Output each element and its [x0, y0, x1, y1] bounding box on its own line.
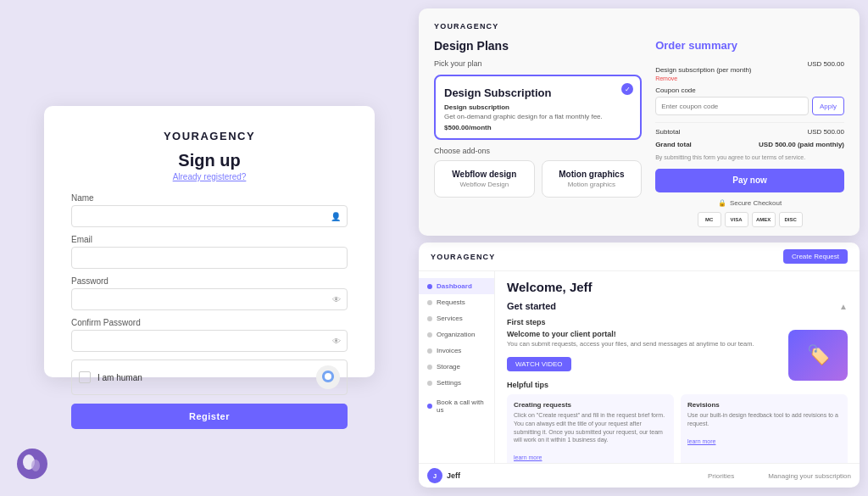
- payment-icons-row: MC VISA AMEX DISC: [655, 212, 844, 227]
- email-label: Email: [71, 235, 348, 244]
- addons-row: Webflow design Webflow Design Motion gra…: [434, 160, 642, 198]
- sidebar-item-dashboard[interactable]: Dashboard: [419, 278, 494, 294]
- user-icon: 👤: [331, 212, 341, 221]
- plans-brand: YOURAGENCY: [434, 22, 844, 31]
- lock-icon: 🔒: [718, 199, 726, 207]
- name-field-group: Name 👤: [71, 193, 348, 227]
- eye-icon-2: 👁: [332, 337, 341, 346]
- register-button[interactable]: Register: [71, 404, 348, 429]
- tip-revisions: Revisions Use our built-in design feedba…: [681, 394, 848, 463]
- pick-plan-label: Pick your plan: [434, 59, 642, 68]
- tip-1-title: Creating requests: [514, 401, 667, 409]
- dashboard-brand: YOURAGENCY: [431, 253, 496, 261]
- plan-card-selected[interactable]: Design Subscription Design subscription …: [434, 75, 642, 140]
- tip-1-text: Click on "Create request" and fill in th…: [514, 411, 667, 444]
- grand-total-label: Grand total: [655, 141, 692, 148]
- sidebar-item-requests[interactable]: Requests: [419, 294, 494, 310]
- coupon-label: Coupon code: [655, 86, 844, 94]
- design-plans-panel: YOURAGENCY Design Plans Pick your plan D…: [419, 8, 860, 236]
- sidebar-item-organization[interactable]: Organization: [419, 326, 494, 343]
- footer-username: Jeff: [447, 471, 460, 480]
- captcha-checkbox[interactable]: [79, 371, 91, 383]
- already-registered-link[interactable]: Already registered?: [71, 172, 348, 181]
- grand-total-price: USD 500.00 (paid monthly): [759, 141, 844, 148]
- brand-logo: [17, 449, 47, 479]
- tip-creating-requests: Creating requests Click on "Create reque…: [507, 394, 674, 463]
- email-input[interactable]: [71, 247, 348, 269]
- first-steps-label: First steps: [507, 318, 848, 326]
- step-title: Welcome to your client portal!: [507, 330, 782, 338]
- password-label: Password: [71, 276, 348, 286]
- grand-total-row: Grand total USD 500.00 (paid monthly): [655, 141, 844, 148]
- user-avatar: J: [427, 468, 442, 483]
- tip-2-title: Revisions: [687, 401, 841, 409]
- right-panels: YOURAGENCY Design Plans Pick your plan D…: [419, 8, 860, 488]
- collapse-icon[interactable]: ▲: [839, 302, 848, 311]
- get-started-section: Get started ▲: [507, 301, 848, 311]
- plan-desc-text: Get on-demand graphic design for a flat …: [444, 113, 632, 121]
- stripe-badge: Powered by stripe: [655, 232, 844, 236]
- captcha-label: I am human: [97, 373, 309, 382]
- svg-point-2: [31, 460, 40, 471]
- name-label: Name: [71, 193, 348, 203]
- coupon-input[interactable]: [655, 97, 809, 115]
- eye-icon: 👁: [332, 295, 341, 304]
- plan-name: Design Subscription: [444, 86, 632, 100]
- tip-2-link[interactable]: learn more: [687, 438, 715, 444]
- subtotal-label: Subtotal: [655, 128, 680, 136]
- name-input[interactable]: [71, 205, 348, 227]
- watch-video-button[interactable]: WATCH VIDEO: [507, 357, 571, 371]
- subtotal-price: USD 500.00: [807, 128, 844, 136]
- coupon-section: Coupon code Apply: [655, 86, 844, 115]
- visa-icon: VISA: [725, 212, 748, 227]
- order-item-name: Design subscription (per month): [655, 66, 751, 74]
- sidebar-item-services[interactable]: Services: [419, 310, 494, 326]
- dashboard-main: Welcome, Jeff Get started ▲ First steps …: [495, 271, 860, 463]
- tips-row: Creating requests Click on "Create reque…: [507, 394, 848, 463]
- sidebar-item-invoices[interactable]: Invoices: [419, 343, 494, 359]
- dashboard-footer: J Jeff Priorities Managing your subscrip…: [419, 463, 860, 488]
- plans-left: Design Plans Pick your plan Design Subsc…: [434, 39, 642, 236]
- welcome-title: Welcome, Jeff: [507, 280, 848, 294]
- addon-motion[interactable]: Motion graphics Motion graphics: [542, 160, 643, 198]
- addon-webflow[interactable]: Webflow design Webflow Design: [434, 160, 535, 198]
- step-image: 🏷️: [788, 330, 848, 381]
- captcha-logo: [316, 365, 340, 389]
- step-desc: You can submit requests, access your fil…: [507, 340, 782, 349]
- signup-card: YOURAGENCY Sign up Already registered? N…: [44, 106, 375, 377]
- svg-point-4: [325, 373, 331, 380]
- addon-motion-name: Motion graphics: [549, 170, 635, 179]
- captcha-row[interactable]: I am human: [71, 359, 348, 395]
- helpful-tips-label: Helpful tips: [507, 381, 848, 389]
- order-divider: [655, 122, 844, 123]
- order-item-price: USD 500.00: [807, 60, 844, 68]
- order-summary-title: Order summary: [655, 39, 844, 52]
- apply-coupon-button[interactable]: Apply: [812, 97, 844, 115]
- tip-1-link[interactable]: learn more: [514, 454, 542, 460]
- confirm-password-input[interactable]: [71, 330, 348, 352]
- priorities-label: Priorities: [708, 472, 734, 480]
- pay-now-button[interactable]: Pay now: [655, 169, 844, 192]
- sidebar-item-storage[interactable]: Storage: [419, 359, 494, 375]
- email-field-group: Email: [71, 235, 348, 269]
- addons-label: Choose add-ons: [434, 147, 642, 155]
- dashboard-header: YOURAGENCY Create Request: [419, 242, 860, 271]
- create-request-button[interactable]: Create Request: [783, 249, 848, 264]
- order-item-label: Design subscription (per month) Remove: [655, 60, 751, 81]
- sidebar-item-book-call[interactable]: Book a call with us: [419, 394, 494, 418]
- terms-text: By submitting this form you agree to our…: [655, 153, 844, 162]
- password-input[interactable]: [71, 288, 348, 310]
- amex-icon: AMEX: [752, 212, 776, 227]
- plan-desc-label: Design subscription: [444, 103, 632, 111]
- addon-motion-sub: Motion graphics: [549, 181, 635, 188]
- discover-icon: DISC: [779, 212, 803, 227]
- plan-price: $500.00/month: [444, 124, 632, 131]
- addon-webflow-name: Webflow design: [442, 170, 527, 179]
- dashboard-panel: YOURAGENCY Create Request Dashboard Requ…: [419, 242, 860, 488]
- first-step: Welcome to your client portal! You can s…: [507, 330, 848, 381]
- addon-webflow-sub: Webflow Design: [442, 181, 527, 188]
- order-item-remove[interactable]: Remove: [655, 75, 751, 81]
- sidebar-item-settings[interactable]: Settings: [419, 375, 494, 391]
- tip-2-text: Use our built-in design feedback tool to…: [687, 411, 841, 428]
- signup-brand: YOURAGENCY: [71, 130, 348, 142]
